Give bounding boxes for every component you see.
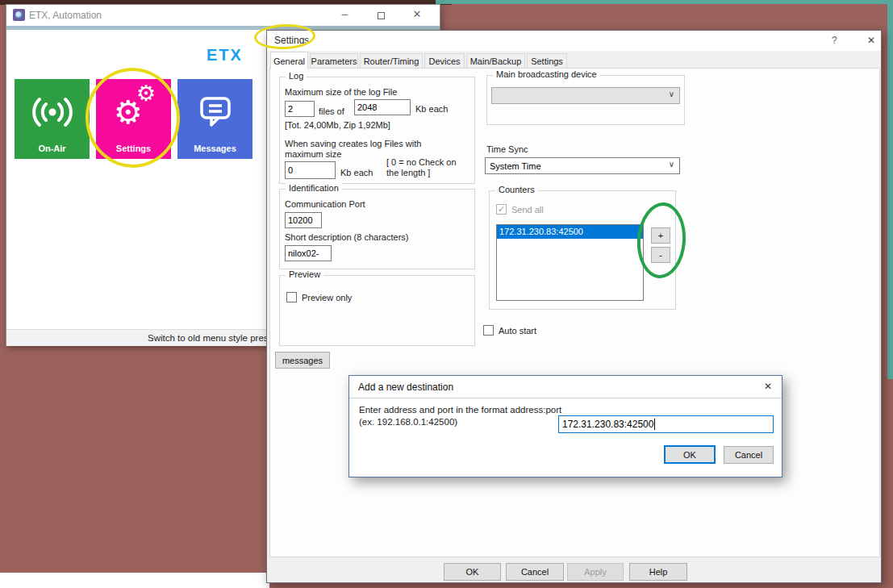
background-top-teal-strip (436, 0, 893, 4)
tile-label: Messages (177, 144, 252, 153)
close-icon[interactable]: ✕ (867, 35, 875, 46)
address-input[interactable]: 172.31.230.83:42500 (558, 415, 774, 433)
cancel-button[interactable]: Cancel (724, 446, 774, 464)
settings-dialog: Settings ? ✕ General Parameters Router/T… (266, 30, 882, 583)
messages-button[interactable]: messages (275, 352, 330, 369)
cancel-button[interactable]: Cancel (506, 563, 564, 581)
divider (349, 398, 782, 398)
auto-start-label: Auto start (499, 326, 536, 336)
files-of-label: files of (319, 106, 344, 116)
ok-button[interactable]: OK (444, 563, 501, 581)
tab-main-backup[interactable]: Main/Backup (466, 53, 525, 69)
communication-port-input[interactable] (285, 212, 322, 228)
app-icon (13, 9, 25, 21)
tile-label: On-Air (15, 144, 90, 153)
tile-on-air[interactable]: On-Air (15, 79, 90, 159)
address-instruction-line1: Enter address and port in the format add… (359, 405, 561, 415)
broadcast-icon (15, 87, 90, 137)
chevron-down-icon: ∨ (669, 90, 674, 98)
tab-parameters[interactable]: Parameters (310, 53, 358, 69)
tab-devices[interactable]: Devices (424, 53, 465, 69)
address-input-value: 172.31.230.83:42500 (562, 419, 653, 430)
preview-group-title: Preview (286, 269, 323, 279)
preview-only-label: Preview only (302, 293, 352, 302)
tab-router-timing[interactable]: Router/Timing (360, 53, 423, 69)
tab-settings[interactable]: Settings (527, 53, 567, 69)
send-all-checkbox[interactable]: ✓ (496, 204, 507, 215)
saving-size-input[interactable] (285, 161, 336, 179)
maximize-button[interactable] (378, 12, 385, 19)
communication-port-label: Communication Port (285, 199, 365, 209)
screen: ETX, Automation – ✕ ETX On-Air (0, 0, 893, 588)
speech-bubble-icon (177, 87, 252, 137)
background-right-teal-strip (887, 0, 893, 379)
log-group-title: Log (286, 71, 307, 81)
address-instruction-line2: (ex. 192.168.0.1:42500) (359, 417, 457, 427)
minimize-button[interactable]: – (337, 8, 352, 20)
max-log-size-label: Maximum size of the log File (285, 87, 397, 97)
status-text: Switch to old menu style pressing (148, 333, 286, 343)
text-caret (654, 419, 655, 430)
add-destination-dialog: Add a new destination ✕ Enter address an… (348, 375, 782, 477)
counters-group-title: Counters (495, 185, 538, 194)
counters-listbox[interactable]: 172.31.230.83:42500 (496, 224, 644, 301)
background-bottom-white-strip (0, 573, 269, 588)
tile-messages[interactable]: Messages (177, 79, 252, 159)
broadcast-device-group: Main broadcasting device ∨ (486, 75, 685, 125)
help-icon[interactable]: ? (832, 35, 837, 46)
time-sync-label: Time Sync (486, 144, 528, 154)
help-button[interactable]: Help (629, 563, 687, 581)
chevron-down-icon: ∨ (669, 160, 674, 169)
ok-button[interactable]: OK (664, 445, 716, 464)
log-group: Log Maximum size of the log File files o… (279, 77, 475, 184)
identification-group: Identification Communication Port Short … (279, 189, 475, 269)
send-all-label: Send all (511, 205, 544, 215)
short-description-input[interactable] (285, 245, 332, 261)
no-check-label: [ 0 = no Check on the length ] (386, 157, 469, 178)
apply-button[interactable]: Apply (567, 563, 624, 581)
preview-only-checkbox[interactable] (286, 292, 297, 302)
preview-group: Preview Preview only (279, 275, 475, 346)
file-size-input[interactable] (354, 99, 411, 115)
tab-general[interactable]: General (270, 52, 308, 69)
kb-each-label: Kb each (415, 104, 448, 114)
add-dialog-title: Add a new destination (358, 382, 453, 393)
etx-logo: ETX (207, 46, 243, 65)
kb-each-label-2: Kb each (340, 168, 373, 177)
broadcast-device-dropdown[interactable]: ∨ (491, 87, 680, 104)
close-button[interactable]: ✕ (410, 8, 424, 20)
short-description-label: Short description (8 characters) (285, 232, 408, 242)
settings-titlebar[interactable]: Settings ? ✕ (267, 31, 881, 51)
auto-start-checkbox[interactable] (483, 325, 494, 336)
close-icon[interactable]: ✕ (764, 381, 772, 392)
files-count-input[interactable] (285, 101, 315, 117)
broadcast-device-group-title: Main broadcasting device (493, 69, 600, 79)
identification-group-title: Identification (286, 183, 342, 193)
time-sync-value: System Time (490, 161, 541, 171)
log-total-label: [Tot. 24,00Mb, Zip 1,92Mb] (285, 120, 390, 130)
time-sync-dropdown[interactable]: System Time ∨ (485, 157, 680, 174)
main-titlebar[interactable]: ETX, Automation – ✕ (6, 5, 440, 26)
list-item[interactable]: 172.31.230.83:42500 (497, 225, 643, 239)
window-title: ETX, Automation (29, 10, 102, 21)
